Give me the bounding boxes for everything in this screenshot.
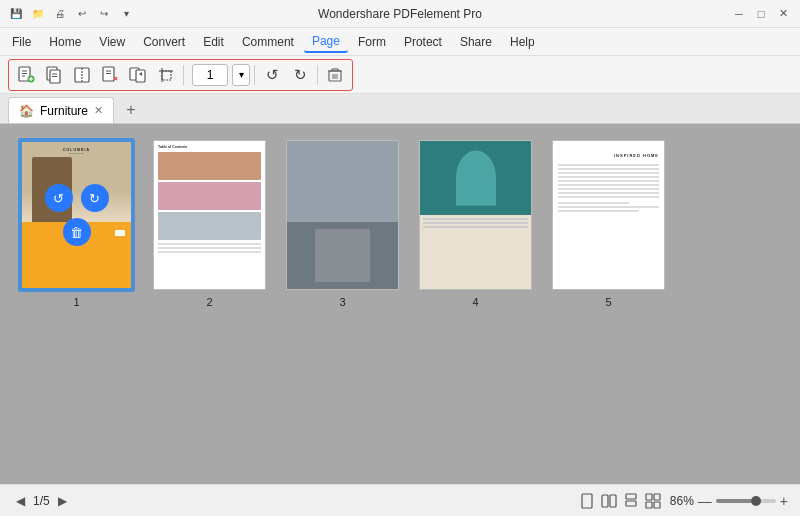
window-controls: ─ □ ✕ <box>730 5 792 23</box>
menu-protect[interactable]: Protect <box>396 32 450 52</box>
delete-button[interactable] <box>322 62 348 88</box>
tab-close-button[interactable]: ✕ <box>94 104 103 117</box>
toolbar-divider-3 <box>317 65 318 85</box>
menu-form[interactable]: Form <box>350 32 394 52</box>
page-thumb-2[interactable]: Table of Contents <box>153 140 266 290</box>
menu-bar: File Home View Convert Edit Comment Page… <box>0 28 800 56</box>
menu-comment[interactable]: Comment <box>234 32 302 52</box>
svg-rect-37 <box>654 494 660 500</box>
pages-row: COLUMBIA COLLECTIVE ↺ ↻ 🗑 1 <box>20 140 665 308</box>
page-navigation: ◀ 1/5 ▶ <box>12 492 71 510</box>
app-title: Wondershare PDFelement Pro <box>318 7 482 21</box>
rotate-right-button[interactable]: ↻ <box>287 62 313 88</box>
svg-rect-34 <box>626 494 636 499</box>
undo-icon[interactable]: ↩ <box>74 6 90 22</box>
menu-view[interactable]: View <box>91 32 133 52</box>
menu-page[interactable]: Page <box>304 31 348 53</box>
delete-overlay-icon[interactable]: 🗑 <box>63 218 91 246</box>
status-bar-left: ◀ 1/5 ▶ <box>12 492 71 510</box>
menu-help[interactable]: Help <box>502 32 543 52</box>
zoom-in-button[interactable]: + <box>780 494 788 508</box>
page-thumb-3[interactable] <box>286 140 399 290</box>
zoom-level: 86% <box>670 494 694 508</box>
page-1-overlay-icons: ↺ ↻ 🗑 <box>45 184 109 246</box>
view-mode-icons <box>578 492 662 510</box>
menu-home[interactable]: Home <box>41 32 89 52</box>
page-number-input[interactable] <box>192 64 228 86</box>
menu-edit[interactable]: Edit <box>195 32 232 52</box>
page-dropdown-button[interactable]: ▾ <box>232 64 250 86</box>
redo-icon[interactable]: ↪ <box>96 6 112 22</box>
page-2-wrap: Table of Contents 2 <box>153 140 266 308</box>
page-1-wrap: COLUMBIA COLLECTIVE ↺ ↻ 🗑 1 <box>20 140 133 308</box>
page-4-num: 4 <box>472 296 478 308</box>
page-4-wrap: 4 <box>419 140 532 308</box>
svg-rect-39 <box>654 502 660 508</box>
main-area: COLUMBIA COLLECTIVE ↺ ↻ 🗑 1 <box>0 124 800 484</box>
menu-file[interactable]: File <box>4 32 39 52</box>
next-page-button[interactable]: ▶ <box>54 492 71 510</box>
svg-rect-36 <box>646 494 652 500</box>
toolbar-divider <box>183 65 184 85</box>
svg-rect-35 <box>626 501 636 506</box>
page-thumb-5[interactable]: INSPIRED HOME <box>552 140 665 290</box>
svg-rect-33 <box>610 495 616 507</box>
zoom-slider-fill <box>716 499 752 503</box>
home-icon: 🏠 <box>19 104 34 118</box>
single-page-view-icon[interactable] <box>578 492 596 510</box>
scroll-view-icon[interactable] <box>622 492 640 510</box>
rotate-left-button[interactable]: ↺ <box>259 62 285 88</box>
toolbar-divider-2 <box>254 65 255 85</box>
add-tab-button[interactable]: + <box>118 97 144 123</box>
svg-rect-38 <box>646 502 652 508</box>
page-number-input-wrap: ▾ <box>192 64 250 86</box>
crop-page-button[interactable] <box>153 62 179 88</box>
page-5-num: 5 <box>605 296 611 308</box>
extract-page-button[interactable] <box>41 62 67 88</box>
tab-furniture[interactable]: 🏠 Furniture ✕ <box>8 97 114 123</box>
save-icon[interactable]: 💾 <box>8 6 24 22</box>
page-toolbar-section: ▾ ↺ ↻ <box>8 59 353 91</box>
zoom-slider-track[interactable] <box>716 499 776 503</box>
menu-share[interactable]: Share <box>452 32 500 52</box>
page-3-wrap: 3 <box>286 140 399 308</box>
page-thumb-1[interactable]: COLUMBIA COLLECTIVE ↺ ↻ 🗑 <box>20 140 133 290</box>
minimize-button[interactable]: ─ <box>730 5 748 23</box>
close-button[interactable]: ✕ <box>774 5 792 23</box>
page-2-num: 2 <box>206 296 212 308</box>
svg-rect-32 <box>602 495 608 507</box>
menu-convert[interactable]: Convert <box>135 32 193 52</box>
title-bar: 💾 📁 🖨 ↩ ↪ ▾ Wondershare PDFelement Pro ─… <box>0 0 800 28</box>
zoom-section: 86% — + <box>670 494 788 508</box>
replace-page-button[interactable] <box>125 62 151 88</box>
svg-rect-20 <box>162 71 171 80</box>
maximize-button[interactable]: □ <box>752 5 770 23</box>
double-page-view-icon[interactable] <box>600 492 618 510</box>
page-info: 1/5 <box>33 494 50 508</box>
rotate-right-overlay-icon[interactable]: ↻ <box>81 184 109 212</box>
page-thumb-4[interactable] <box>419 140 532 290</box>
open-icon[interactable]: 📁 <box>30 6 46 22</box>
title-bar-left: 💾 📁 🖨 ↩ ↪ ▾ <box>8 6 134 22</box>
rotate-overlay-icon[interactable]: ↺ <box>45 184 73 212</box>
tab-bar: 🏠 Furniture ✕ + <box>0 94 800 124</box>
status-bar: ◀ 1/5 ▶ 86% — + <box>0 484 800 516</box>
svg-rect-31 <box>582 494 592 508</box>
insert-page-button[interactable] <box>13 62 39 88</box>
delete-page-button[interactable] <box>97 62 123 88</box>
page-1-num: 1 <box>73 296 79 308</box>
zoom-out-button[interactable]: — <box>698 494 712 508</box>
page-5-wrap: INSPIRED HOME 5 <box>552 140 665 308</box>
split-page-button[interactable] <box>69 62 95 88</box>
prev-page-button[interactable]: ◀ <box>12 492 29 510</box>
toolbar: ▾ ↺ ↻ <box>0 56 800 94</box>
action-icons-row: ↺ ↻ <box>45 184 109 212</box>
status-bar-right: 86% — + <box>578 492 788 510</box>
grid-view-icon[interactable] <box>644 492 662 510</box>
customize-icon[interactable]: ▾ <box>118 6 134 22</box>
page-3-num: 3 <box>339 296 345 308</box>
zoom-slider-thumb[interactable] <box>751 496 761 506</box>
svg-rect-19 <box>136 70 145 82</box>
print-icon[interactable]: 🖨 <box>52 6 68 22</box>
tab-label: Furniture <box>40 104 88 118</box>
